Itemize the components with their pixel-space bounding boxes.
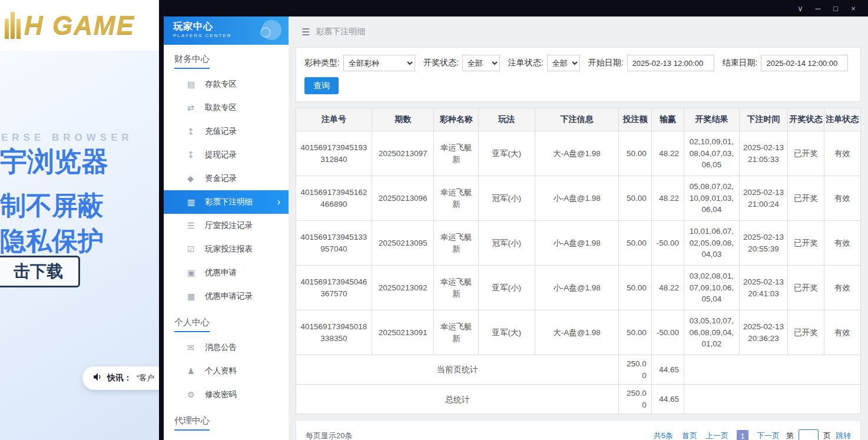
table-header-row: 注单号 期数 彩种名称 玩法 下注信息 投注额 输赢 开奖结果 下注时间 开奖状… xyxy=(296,108,861,131)
cell-play: 亚军(大) xyxy=(478,310,535,355)
total-summary-winloss: 44.65 xyxy=(651,385,684,414)
header-lottery-name: 彩种名称 xyxy=(434,108,478,131)
cell-order-no: 401569173945046367570 xyxy=(296,266,372,310)
cell-order-no: 401569173945133957040 xyxy=(296,221,372,266)
current-page-badge[interactable]: 1 xyxy=(737,430,748,440)
hero-promo-line-2: 制不屏蔽 xyxy=(0,188,104,223)
cell-order-status: 有效 xyxy=(824,266,860,310)
sidebar-item-hall-bet-records[interactable]: ☰ 厅室投注记录 xyxy=(164,214,289,237)
header-bet-time: 下注时间 xyxy=(739,108,788,131)
order-status-select[interactable]: 全部 xyxy=(547,55,580,71)
cell-lottery-name: 幸运飞艇新 xyxy=(434,221,478,266)
hamburger-icon[interactable]: ☰ xyxy=(302,27,310,38)
cell-play: 冠军(小) xyxy=(478,176,535,221)
recharge-icon: ↥ xyxy=(187,127,205,136)
cell-amount: 50.00 xyxy=(619,266,651,310)
cell-period: 20250213097 xyxy=(372,131,434,176)
sidebar-item-fund-records[interactable]: ◆ 资金记录 xyxy=(164,167,289,190)
maximize-button[interactable]: □ xyxy=(827,2,844,15)
bet-table: 注单号 期数 彩种名称 玩法 下注信息 投注额 输赢 开奖结果 下注时间 开奖状… xyxy=(296,108,861,414)
sidebar-item-recharge-records[interactable]: ↥ 充值记录 xyxy=(164,120,289,143)
next-page-link[interactable]: 下一页 xyxy=(757,431,780,440)
header-draw-result: 开奖结果 xyxy=(684,108,740,131)
first-page-link[interactable]: 首页 xyxy=(682,431,697,440)
chevron-down-icon[interactable]: ∨ xyxy=(791,2,809,15)
sidebar-item-lottery-bet-details[interactable]: ▥ 彩票下注明细 › xyxy=(164,190,289,214)
sidebar-section-personal: 个人中心 xyxy=(164,308,289,336)
page-jump-input[interactable] xyxy=(799,429,819,440)
cell-bet-time: 2025-02-13 21:05:33 xyxy=(739,131,788,176)
main-content: ☰ 彩票下注明细 彩种类型: 全部彩种 开奖状态: 全部 xyxy=(289,16,868,440)
cell-amount: 50.00 xyxy=(619,176,651,221)
cell-draw-result: 02,10,09,01,08,04,07,03,06,05 xyxy=(684,131,740,176)
pagination-bar: 每页显示20条 共5条 首页 上一页 1 下一页 第 页 跳转 xyxy=(296,420,861,440)
total-summary-empty xyxy=(684,385,861,414)
sidebar-item-promo-apply[interactable]: ▣ 优惠申请 xyxy=(164,261,289,284)
cell-play: 冠军(小) xyxy=(478,221,535,266)
start-date-input[interactable] xyxy=(627,55,714,71)
promo-icon: ▣ xyxy=(187,268,205,277)
total-count-text: 共5条 xyxy=(654,431,673,440)
cell-order-status: 有效 xyxy=(824,131,860,176)
cell-amount: 50.00 xyxy=(619,131,651,176)
header-play: 玩法 xyxy=(478,108,535,131)
cashout-icon: ↧ xyxy=(187,150,205,160)
draw-status-select[interactable]: 全部 xyxy=(462,55,500,71)
cell-order-no: 401569173945193312840 xyxy=(296,131,372,176)
cell-draw-status: 已开奖 xyxy=(788,221,824,266)
cell-period: 20250213091 xyxy=(372,310,434,355)
cell-draw-result: 05,08,07,02,10,09,01,03,06,04 xyxy=(684,176,740,221)
cell-period: 20250213092 xyxy=(372,266,434,310)
sidebar-header: 玩家中心 PLAYERS CENTER xyxy=(164,16,289,45)
sidebar-item-change-password[interactable]: ⚙ 修改密码 xyxy=(164,383,289,406)
lottery-type-select[interactable]: 全部彩种 xyxy=(343,55,415,71)
page-size-text: 每页显示20条 xyxy=(306,431,352,440)
cell-play: 亚军(小) xyxy=(478,266,535,310)
sidebar-item-player-report[interactable]: ☑ 玩家投注报表 xyxy=(164,237,289,261)
sidebar-item-promo-records[interactable]: ▦ 优惠申请记录 xyxy=(164,284,289,308)
hero-promo-line-1: 宇浏览器 xyxy=(0,144,108,180)
cell-draw-result: 03,05,10,07,06,08,09,04,01,02 xyxy=(684,310,740,355)
minimize-button[interactable]: ─ xyxy=(809,2,827,15)
app-window: ∨ ─ □ × 玩家中心 PLAYERS CENTER 财务中心 ▤ 存款专区 … xyxy=(159,0,868,440)
cell-bet-info: 大-A盘@1.98 xyxy=(535,131,619,176)
sidebar-item-announcements[interactable]: ✉ 消息公告 xyxy=(164,336,289,359)
sidebar-item-cashout-records[interactable]: ↧ 提现记录 xyxy=(164,143,289,167)
cell-bet-time: 2025-02-13 20:36:23 xyxy=(739,310,788,355)
sidebar-item-profile[interactable]: ♟ 个人资料 xyxy=(164,359,289,383)
cell-lottery-name: 幸运飞艇新 xyxy=(434,266,478,310)
page-title: 彩票下注明细 xyxy=(316,27,365,37)
header-winloss: 输赢 xyxy=(651,108,684,131)
gear-icon: ⚙ xyxy=(187,390,205,399)
bell-icon: ✉ xyxy=(187,343,205,352)
prev-page-link[interactable]: 上一页 xyxy=(705,431,728,440)
end-date-input[interactable] xyxy=(761,55,848,71)
cell-draw-status: 已开奖 xyxy=(788,131,824,176)
header-order-status: 注单状态 xyxy=(824,108,860,131)
close-button[interactable]: × xyxy=(844,2,862,15)
sidebar-item-withdraw[interactable]: ⇄ 取款专区 xyxy=(164,96,289,120)
report-icon: ☑ xyxy=(187,244,205,254)
globe-icon xyxy=(258,19,281,42)
cell-winloss: -50.00 xyxy=(651,310,684,355)
cell-draw-status: 已开奖 xyxy=(788,266,824,310)
sidebar-item-deposit[interactable]: ▤ 存款专区 xyxy=(164,72,289,96)
cell-bet-time: 2025-02-13 20:41:03 xyxy=(739,266,788,310)
cell-bet-info: 小-A盘@1.98 xyxy=(535,221,619,266)
chevron-right-icon: › xyxy=(277,197,280,207)
sidebar-section-agent: 代理中心 xyxy=(164,406,289,434)
jump-button[interactable]: 跳转 xyxy=(836,431,851,440)
cell-order-no: 401569173945018338350 xyxy=(296,310,372,355)
header-order-no: 注单号 xyxy=(296,108,372,131)
sidebar-section-finance: 财务中心 xyxy=(164,45,289,72)
download-button[interactable]: 击下载 xyxy=(0,256,80,287)
header-period: 期数 xyxy=(372,108,434,131)
header-bet-info: 下注信息 xyxy=(535,108,619,131)
lottery-detail-icon: ▥ xyxy=(187,197,205,207)
cell-draw-result: 10,01,06,07,02,05,09,08,04,03 xyxy=(684,221,740,266)
search-button[interactable]: 查询 xyxy=(304,77,339,94)
bet-row: 401569173945046367570 20250213092 幸运飞艇新 … xyxy=(296,266,861,310)
speaker-icon xyxy=(93,373,102,383)
cell-order-status: 有效 xyxy=(824,221,860,266)
page-summary-winloss: 44.65 xyxy=(651,355,684,385)
